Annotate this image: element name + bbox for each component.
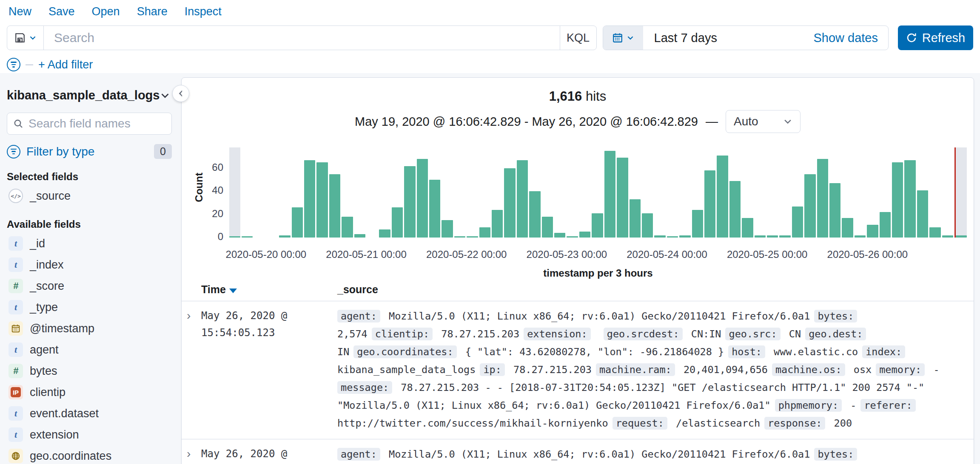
chevron-down-icon [160,91,170,101]
source-field-key: index: [862,345,905,358]
histogram-bar[interactable] [667,236,678,238]
source-field-key: geo.dest: [805,328,866,340]
histogram-bar[interactable] [892,162,903,238]
histogram-bar[interactable] [867,225,878,238]
field-item--source[interactable]: </>_source [7,185,172,207]
histogram-bar[interactable] [692,210,703,238]
search-input[interactable]: Search [44,26,560,50]
nav-new[interactable]: New [9,5,31,18]
histogram-bar[interactable] [242,236,253,238]
refresh-button[interactable]: Refresh [898,25,973,50]
histogram-bar[interactable] [792,207,803,238]
histogram-bar[interactable] [279,235,290,238]
bar-fill [467,236,478,238]
histogram-bar[interactable] [304,160,315,238]
histogram-bar[interactable] [929,227,940,238]
histogram-bar[interactable] [579,232,590,238]
field-item--timestamp[interactable]: @timestamp [7,318,172,339]
histogram-bar[interactable] [342,217,353,238]
expand-row-button[interactable]: › [182,445,201,464]
histogram-bar[interactable] [542,217,553,238]
field-item--index[interactable]: t_index [7,254,172,275]
histogram-bar[interactable] [529,191,540,238]
collapse-sidebar-button[interactable] [172,85,189,102]
histogram-bar[interactable] [329,174,340,238]
histogram-bar[interactable] [654,235,665,238]
histogram-bar[interactable] [617,158,628,238]
histogram-bar[interactable] [904,160,915,238]
histogram-bar[interactable] [379,229,390,238]
time-range-value[interactable]: Last 7 days [643,31,814,45]
histogram-bar[interactable] [630,199,641,238]
histogram-bar[interactable] [479,227,490,238]
histogram-bar[interactable] [554,233,565,238]
histogram-bar[interactable] [316,162,328,238]
histogram-bar[interactable] [492,210,503,238]
histogram-bar[interactable] [417,159,428,238]
histogram-bar[interactable] [829,183,840,238]
histogram-bar[interactable] [467,236,478,238]
field-item--id[interactable]: t_id [7,233,172,254]
histogram-bar[interactable] [804,174,815,238]
field-item--type[interactable]: t_type [7,297,172,318]
filter-by-type[interactable]: Filter by type 0 [7,144,172,159]
histogram-bar[interactable] [592,213,603,238]
histogram-bar[interactable] [817,159,828,238]
histogram-bar[interactable] [767,235,778,238]
saved-query-menu-button[interactable] [7,26,44,50]
nav-inspect[interactable]: Inspect [185,5,222,18]
histogram-bar[interactable] [679,235,690,238]
available-fields-list: t_idt_index#_scoret_type@timestamptagent… [7,233,172,464]
date-quick-menu-button[interactable] [603,26,643,50]
field-item-extension[interactable]: textension [7,424,172,445]
bar-fill [867,225,878,238]
histogram-bar[interactable] [942,235,953,238]
bar-fill [880,212,891,238]
histogram-bar[interactable] [354,234,365,238]
field-item-agent[interactable]: tagent [7,339,172,360]
available-fields-heading: Available fields [7,218,172,230]
index-pattern-select[interactable]: kibana_sample_data_logs [7,85,172,105]
histogram-bar[interactable] [454,236,465,238]
show-dates-button[interactable]: Show dates [813,31,888,45]
histogram-bar[interactable] [642,213,653,238]
field-item-clientip[interactable]: IPclientip [7,382,172,403]
interval-select[interactable]: Auto [726,110,801,133]
x-tick-label: 2020-05-23 00:00 [527,249,607,260]
field-search-input[interactable]: Search field names [7,113,172,135]
field-item-geo-coordinates[interactable]: geo.coordinates [7,445,172,464]
bar-fill [404,166,415,238]
field-item-event-dataset[interactable]: tevent.dataset [7,403,172,424]
add-filter-button[interactable]: + Add filter [38,58,93,71]
query-language-button[interactable]: KQL [560,26,596,50]
histogram-bar[interactable] [704,170,715,238]
expand-row-button[interactable]: › [182,307,201,432]
histogram-bar[interactable] [392,207,403,238]
histogram-bar[interactable] [567,236,578,238]
histogram-bar[interactable] [729,181,741,238]
histogram-bar[interactable] [779,235,790,238]
partial-bucket [954,147,967,238]
histogram-bar[interactable] [742,218,753,238]
nav-save[interactable]: Save [48,5,75,18]
time-column-header[interactable]: Time [201,283,337,296]
histogram-bar[interactable] [917,190,928,238]
histogram-bar[interactable] [429,180,440,238]
histogram-bar[interactable] [292,207,303,238]
histogram-bar[interactable] [855,235,866,238]
source-field-key: geo.src: [725,328,780,340]
histogram-bar[interactable] [517,160,528,238]
histogram-bar[interactable] [717,156,728,238]
field-item--score[interactable]: #_score [7,275,172,297]
histogram-bar[interactable] [604,151,615,238]
histogram-bar[interactable] [442,220,453,238]
histogram-bar[interactable] [504,168,515,238]
nav-open[interactable]: Open [92,5,120,18]
histogram-bar[interactable] [404,166,415,238]
histogram-bar[interactable] [880,212,891,238]
histogram-bar[interactable] [842,218,853,238]
field-name: event.dataset [30,407,99,420]
nav-share[interactable]: Share [137,5,168,18]
field-item-bytes[interactable]: #bytes [7,360,172,382]
histogram-bar[interactable] [755,235,766,238]
